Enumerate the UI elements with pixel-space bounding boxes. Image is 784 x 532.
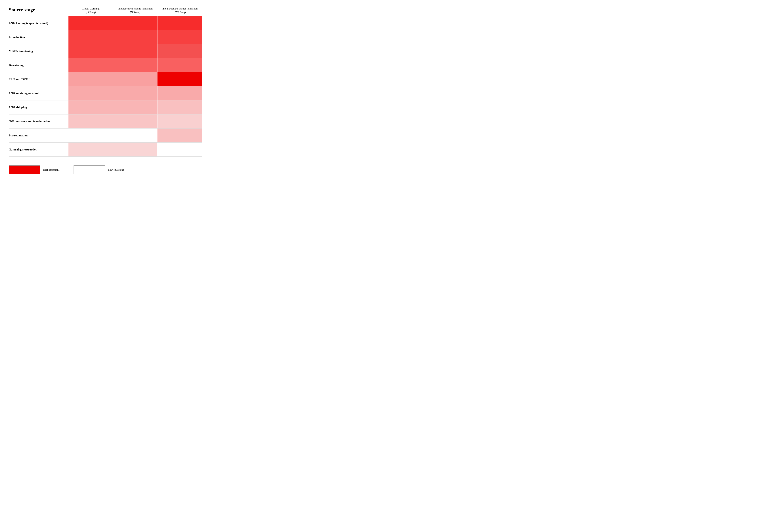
heatmap-cell (113, 58, 158, 72)
heatmap-cell (113, 143, 158, 157)
column-headers: Global Warming (CO2-eq) Photochemical Oz… (68, 7, 202, 16)
heatmap-cell (113, 101, 158, 114)
legend-low: Low emissions (74, 165, 124, 174)
heatmap-cell (113, 114, 158, 128)
heatmap-cell (68, 58, 113, 72)
row-cells (68, 16, 202, 30)
row-label: LNG loading (export terminal) (9, 16, 68, 30)
heatmap-cell (113, 86, 158, 100)
col-header-1: Global Warming (CO2-eq) (68, 7, 113, 16)
table-row: LNG loading (export terminal) (9, 16, 202, 30)
heatmap-cell (113, 30, 158, 44)
row-cells (68, 72, 202, 86)
heatmap-cell (113, 16, 158, 30)
heatmap-cell (157, 101, 202, 114)
legend-high: High emissions (9, 165, 59, 174)
heatmap-cell (68, 143, 113, 157)
header-row: Source stage Global Warming (CO2-eq) Pho… (9, 7, 202, 16)
heatmap-cell (157, 143, 202, 157)
table-row: Natural gas extraction (9, 143, 202, 157)
heatmap-cell (157, 44, 202, 58)
row-label: Liquefaction (9, 30, 68, 44)
heatmap-cell (68, 44, 113, 58)
table-row: Pre-separation (9, 129, 202, 143)
col-header-3: Fine Particulate Matter Formation (PM2.5… (158, 7, 202, 16)
chart-container: Source stage Global Warming (CO2-eq) Pho… (9, 7, 202, 174)
row-cells (68, 129, 202, 142)
heatmap-cell (157, 30, 202, 44)
row-cells (68, 86, 202, 100)
heatmap-cell (113, 72, 158, 86)
heatmap-cell (68, 30, 113, 44)
row-label: MDEA Sweetening (9, 44, 68, 58)
table-row: SRU and TGTU (9, 72, 202, 86)
row-cells (68, 58, 202, 72)
heatmap-cell (68, 72, 113, 86)
heatmap-cell (68, 114, 113, 128)
heatmap-cell (157, 58, 202, 72)
row-label: LNG shipping (9, 101, 68, 114)
table-row: MDEA Sweetening (9, 44, 202, 58)
table-row: LNG shipping (9, 101, 202, 114)
table-row: Dewatering (9, 58, 202, 72)
row-cells (68, 101, 202, 114)
table-row: NGL recovery and fractionation (9, 114, 202, 129)
col-header-2: Photochemical Ozone Formation (NOx-eq) (113, 7, 157, 16)
table-row: Liquefaction (9, 30, 202, 44)
table-row: LNG receiving terminal (9, 86, 202, 101)
source-stage-title-area: Source stage (9, 7, 68, 15)
row-cells (68, 114, 202, 128)
source-stage-title: Source stage (9, 7, 68, 15)
heatmap-cell (113, 129, 158, 142)
row-label: Dewatering (9, 58, 68, 72)
heatmap-cell (157, 72, 202, 86)
legend-low-box (74, 165, 105, 174)
legend-high-label: High emissions (43, 168, 59, 171)
heatmap-cell (113, 44, 158, 58)
heatmap-body: LNG loading (export terminal)Liquefactio… (9, 16, 202, 157)
heatmap-cell (68, 101, 113, 114)
heatmap-cell (157, 86, 202, 100)
row-label: Pre-separation (9, 129, 68, 142)
row-cells (68, 30, 202, 44)
row-label: LNG receiving terminal (9, 86, 68, 100)
row-label: SRU and TGTU (9, 72, 68, 86)
row-label: NGL recovery and fractionation (9, 114, 68, 128)
heatmap-cell (157, 129, 202, 142)
legend-section: High emissions Low emissions (9, 165, 202, 174)
heatmap-cell (68, 129, 113, 142)
row-label: Natural gas extraction (9, 143, 68, 157)
legend-high-box (9, 165, 40, 174)
heatmap-cell (68, 86, 113, 100)
legend-low-label: Low emissions (108, 168, 124, 171)
row-cells (68, 143, 202, 157)
heatmap-cell (68, 16, 113, 30)
heatmap-cell (157, 16, 202, 30)
row-cells (68, 44, 202, 58)
heatmap-cell (157, 114, 202, 128)
